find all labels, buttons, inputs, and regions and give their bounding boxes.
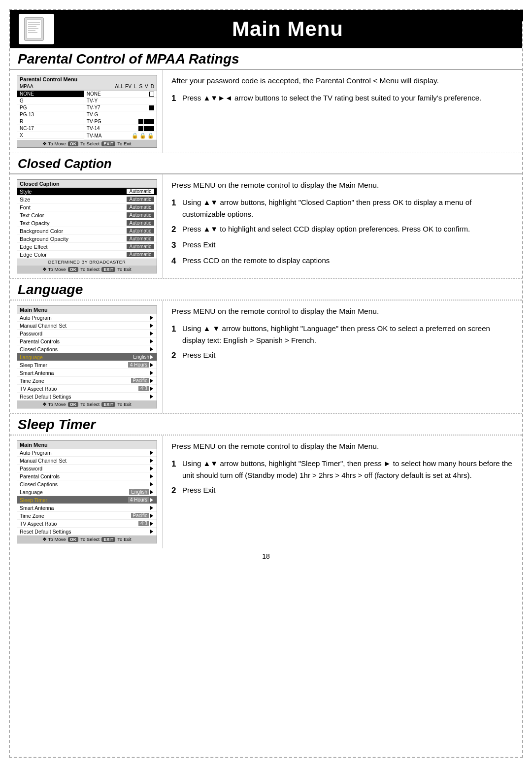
ok-btn: OK	[68, 141, 79, 146]
mpaa-pg13: PG-13	[17, 111, 84, 118]
smart-antenna-arrow	[150, 371, 153, 375]
sleep-reset-arrow	[150, 530, 153, 534]
sleep-reset-label: Reset Default Settings	[20, 529, 71, 535]
language-menu-header: Main Menu	[17, 306, 157, 314]
sleep-timer-label: Sleep Timer	[20, 497, 47, 503]
language-arrow	[150, 355, 153, 359]
cc-textopacity-label: Text Opacity	[20, 220, 50, 226]
lang-sleep-value: 4 Hours	[128, 362, 149, 368]
lang-menu-auto-program: Auto Program	[17, 314, 157, 322]
closed-caption-row: Closed Caption Style Automatic Size Auto…	[10, 174, 522, 279]
cc-textcolor-row: Text Color Automatic	[17, 211, 157, 219]
lang-menu-sleep-timer: Sleep Timer 4 Hours	[17, 361, 157, 369]
cc-size-label: Size	[20, 197, 30, 202]
step-num-1: 1	[171, 92, 179, 105]
sleep-menu-manual-channel: Manual Channel Set	[17, 457, 157, 465]
parental-left: Parental Control Menu MPAA ALL FV L S V …	[10, 70, 163, 153]
cc-determined: DETERMINED BY BROADCASTER	[17, 259, 157, 266]
sleep-arrow	[150, 363, 153, 367]
sleep-timezone-arrow	[150, 514, 153, 518]
col-v: V	[145, 84, 148, 89]
language-nav-footer: ❖ To Move OK To Select EXIT To Exit	[17, 401, 157, 408]
sleep-ok-btn: OK	[68, 537, 79, 542]
tv-ratings-col: NONE TV-Y TV-Y7 TV-G TV-PG	[84, 91, 157, 140]
lang-menu-smart-antenna: Smart Antenna	[17, 369, 157, 377]
mpaa-x: X	[17, 132, 84, 139]
parental-arrow	[150, 339, 153, 343]
lang-exit-btn: EXIT	[101, 402, 115, 407]
sleep-timer-section: Sleep Timer Main Menu Auto Program Manua…	[10, 414, 522, 548]
auto-program-arrow	[150, 316, 153, 320]
aspect-arrow	[150, 387, 153, 391]
cc-exit-btn: EXIT	[101, 267, 115, 272]
header: Main Menu	[10, 10, 522, 48]
sleep-timer-arrow	[150, 498, 153, 502]
sleep-menu-smart-antenna: Smart Antenna	[17, 504, 157, 512]
language-step2: 2 Press Exit	[171, 349, 513, 362]
lang-closed-captions-label: Closed Captions	[20, 346, 58, 352]
cc-bgcolor-label: Background Color	[20, 228, 63, 234]
language-step1: 1 Using ▲ ▼ arrow buttons, highlight "La…	[171, 323, 513, 346]
cc-edgecolor-row: Edge Color Automatic	[17, 251, 157, 259]
language-menu-box: Main Menu Auto Program Manual Channel Se…	[17, 305, 157, 408]
cc-bgopacity-value: Automatic	[127, 236, 154, 241]
lang-menu-password: Password	[17, 330, 157, 337]
lang-aspect-ratio-label: TV Aspect Ratio	[20, 386, 57, 392]
sleep-password-label: Password	[20, 466, 42, 471]
lang-step-num-1: 1	[171, 322, 179, 336]
sleep-menu-timezone: Time Zone Pacific	[17, 512, 157, 520]
cc-step4-text: Press CCD on the remote to display capti…	[182, 255, 513, 267]
sleep-aspect-value: 4:3	[138, 521, 149, 526]
cc-step1: 1 Using ▲▼ arrow buttons, highlight "Clo…	[171, 197, 513, 220]
tv-none: NONE	[84, 91, 157, 98]
sleep-timezone-label: Time Zone	[20, 513, 44, 519]
sleep-parental-label: Parental Controls	[20, 473, 60, 479]
cc-arrow	[150, 347, 153, 351]
cc-style-value: Automatic	[127, 189, 154, 194]
sleep-timer-menu-box: Main Menu Auto Program Manual Channel Se…	[17, 440, 157, 543]
lang-parental-label: Parental Controls	[20, 338, 60, 344]
cc-size-value: Automatic	[127, 197, 154, 202]
cc-intro: Press MENU on the remote control to disp…	[171, 179, 513, 192]
cc-style-label: Style	[20, 189, 32, 195]
lang-menu-parental: Parental Controls	[17, 337, 157, 345]
parental-rating-rows: NONE G PG PG-13 R NC-17 X NONE TV-Y	[17, 90, 157, 140]
cc-bgopacity-row: Background Opacity Automatic	[17, 235, 157, 243]
mpaa-label: MPAA	[20, 84, 33, 89]
nav-move-label: ❖ To Move	[42, 141, 66, 146]
cc-nav-footer: ❖ To Move OK To Select EXIT To Exit	[17, 266, 157, 273]
lang-sleep-label: Sleep Timer	[20, 362, 47, 368]
sleep-step2: 2 Press Exit	[171, 484, 513, 497]
cc-step1-text: Using ▲▼ arrow buttons, highlight "Close…	[182, 197, 513, 220]
sleep-timer-title: Sleep Timer	[10, 414, 522, 436]
cc-textopacity-value: Automatic	[127, 220, 154, 226]
cc-nav-move: ❖ To Move	[42, 267, 66, 272]
sleep-menu-aspect-ratio: TV Aspect Ratio 4:3	[17, 520, 157, 528]
col-d: D	[151, 84, 154, 89]
cc-edge-label: Edge Effect	[20, 244, 48, 250]
cc-step-num-1: 1	[171, 196, 179, 209]
sleep-auto-program-arrow	[150, 451, 153, 455]
lang-manual-channel-label: Manual Channel Set	[20, 323, 66, 329]
sleep-timezone-value: Pacific	[131, 513, 149, 518]
lang-aspect-value: 4:3	[138, 386, 149, 391]
cc-textcolor-label: Text Color	[20, 212, 44, 218]
mpaa-r: R	[17, 118, 84, 125]
sleep-exit-btn: EXIT	[101, 537, 115, 542]
sleep-menu-parental: Parental Controls	[17, 472, 157, 480]
tv-ma: TV-MA 🔒 🔒 🔒	[84, 132, 157, 140]
cc-step3: 3 Press Exit	[171, 239, 513, 252]
lang-timezone-value: Pacific	[131, 378, 149, 383]
cc-edgecolor-label: Edge Color	[20, 252, 47, 258]
sleep-menu-sleep-timer: Sleep Timer 4 Hours	[17, 496, 157, 504]
sleep-manual-channel-label: Manual Channel Set	[20, 458, 66, 464]
cc-menu-header: Closed Caption	[17, 180, 157, 188]
col-fv: FV	[125, 84, 132, 89]
lang-nav-move: ❖ To Move	[42, 402, 66, 407]
cc-bgopacity-label: Background Opacity	[20, 236, 68, 242]
cc-edgecolor-value: Automatic	[127, 252, 154, 257]
sleep-menu-password: Password	[17, 465, 157, 472]
mpaa-g: G	[17, 98, 84, 104]
cc-menu-box: Closed Caption Style Automatic Size Auto…	[17, 179, 157, 273]
cc-step4: 4 Press CCD on the remote to display cap…	[171, 255, 513, 268]
